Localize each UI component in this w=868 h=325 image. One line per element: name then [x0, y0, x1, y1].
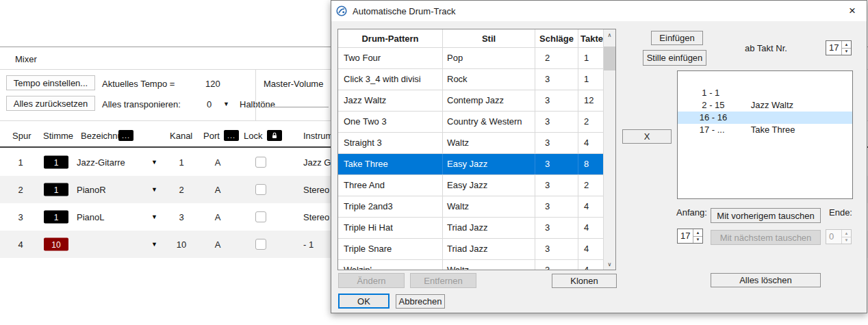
port-more-button[interactable]: ... [224, 130, 239, 141]
col-header-instrument: Instrum [303, 131, 333, 141]
track-name-dropdown-icon[interactable]: ▼ [151, 241, 157, 248]
col-header-port: Port [203, 131, 220, 141]
master-volume-slider[interactable] [264, 107, 329, 107]
lock-checkbox[interactable] [255, 211, 266, 222]
spinner-up-icon[interactable]: ▲ [842, 41, 851, 49]
pattern-bars: 1 [578, 69, 605, 90]
lock-checkbox[interactable] [255, 184, 266, 195]
app-logo-icon [336, 5, 347, 16]
sequence-listbox[interactable]: 1 - 1 2 - 15Jazz Waltz 16 - 16 17 - ...T… [677, 70, 853, 199]
insert-button[interactable]: Einfügen [651, 31, 703, 45]
channel-value: 2 [164, 185, 199, 195]
pattern-name: One Two 3 [338, 112, 443, 132]
table-scrollbar[interactable]: ∧ ∨ [603, 29, 615, 270]
col-header-schlaege[interactable]: Schläge [535, 29, 578, 47]
scroll-down-icon[interactable]: ∨ [604, 259, 615, 270]
pattern-beats: 3 [535, 175, 578, 196]
pattern-row[interactable]: Triple 2and3 Waltz 3 4 [338, 196, 615, 218]
channel-value: 1 [164, 157, 199, 168]
end-label: Ende: [829, 207, 852, 218]
end-bar-spinner: 0 ▲ ▼ [826, 229, 852, 244]
pattern-row[interactable]: Three And Easy Jazz 3 2 [338, 175, 615, 196]
start-label: Anfang: [676, 207, 707, 218]
pattern-row[interactable]: Triple Hi Hat Triad Jazz 3 4 [338, 218, 615, 239]
from-bar-spinner[interactable]: 17 ▲ ▼ [826, 40, 852, 55]
drum-pattern-table: Drum-Pattern Stil Schläge Takte Two Four… [337, 29, 616, 270]
pattern-row[interactable]: Two Four Pop 2 1 [338, 48, 615, 69]
pattern-row[interactable]: Walzin' Waltz 3 4 [338, 260, 615, 270]
transpose-value: 0 [207, 99, 212, 109]
swap-previous-button[interactable]: Mit vorherigem tauschen [711, 208, 821, 223]
pattern-style: Country & Western [443, 112, 535, 132]
pattern-row[interactable]: Straight 3 Waltz 3 4 [338, 133, 615, 154]
sequence-range: 17 - ... [700, 124, 751, 136]
voice-badge: 1 [44, 156, 68, 169]
pattern-row[interactable]: Click 3_4 with divisi Rock 3 1 [338, 69, 615, 90]
pattern-style: Waltz [443, 133, 535, 153]
pattern-beats: 3 [535, 218, 578, 238]
track-name-dropdown-icon[interactable]: ▼ [151, 213, 157, 220]
set-tempo-button[interactable]: Tempo einstellen... [6, 75, 95, 90]
col-header-stil[interactable]: Stil [443, 29, 535, 47]
track-name: Jazz-Gitarre [77, 157, 125, 168]
spinner-value: 0 [826, 230, 841, 244]
pattern-table-header: Drum-Pattern Stil Schläge Takte [338, 29, 615, 48]
pattern-bars: 12 [578, 90, 605, 111]
current-tempo-label: Aktuelles Tempo = [102, 79, 175, 89]
pattern-style: Easy Jazz [443, 175, 535, 196]
transpose-label: Alles transponieren: [102, 99, 181, 109]
pattern-row[interactable]: Jazz Waltz Contemp Jazz 3 12 [338, 90, 615, 112]
pattern-name: Take Three [338, 154, 443, 174]
lock-icon[interactable] [267, 130, 282, 141]
pattern-beats: 3 [535, 196, 578, 217]
dialog-titlebar[interactable]: Automatische Drum-Track × [331, 1, 867, 21]
spinner-up-icon[interactable]: ▲ [693, 229, 702, 237]
sequence-range: 16 - 16 [700, 112, 751, 124]
col-header-takte[interactable]: Takte [578, 29, 605, 47]
transpose-dropdown-icon[interactable]: ▼ [223, 101, 229, 107]
scroll-up-icon[interactable]: ∧ [604, 29, 615, 40]
pattern-beats: 3 [535, 90, 578, 111]
clear-all-button[interactable]: Alles löschen [711, 273, 821, 287]
track-name-dropdown-icon[interactable]: ▼ [151, 159, 157, 166]
delete-entry-button[interactable]: X [622, 129, 672, 144]
insert-silence-button[interactable]: Stille einfügen [643, 50, 706, 66]
bezeichnung-more-button[interactable]: ... [118, 130, 133, 141]
channel-value: 3 [164, 212, 199, 222]
pattern-name: Straight 3 [338, 133, 443, 153]
scrollbar-thumb[interactable] [604, 47, 615, 70]
lock-checkbox[interactable] [255, 157, 266, 168]
spinner-down-icon[interactable]: ▼ [693, 237, 702, 244]
pattern-beats: 3 [535, 112, 578, 132]
cancel-button[interactable]: Abbrechen [396, 294, 445, 309]
pattern-bars: 4 [578, 218, 605, 238]
sequence-pattern: Jazz Waltz [751, 100, 793, 110]
voice-badge: 1 [44, 183, 68, 196]
lock-checkbox[interactable] [255, 239, 266, 250]
pattern-name: Triple 2and3 [338, 196, 443, 217]
pattern-style: Triad Jazz [443, 239, 535, 259]
spinner-value: 17 [678, 229, 693, 243]
track-name-dropdown-icon[interactable]: ▼ [151, 186, 157, 193]
close-icon[interactable]: × [838, 1, 867, 21]
start-bar-spinner[interactable]: 17 ▲ ▼ [677, 229, 703, 244]
track-number: 2 [7, 185, 34, 195]
sequence-item[interactable]: 1 - 1 [678, 75, 852, 87]
clone-button[interactable]: Klonen [552, 274, 617, 288]
drum-track-dialog: Automatische Drum-Track × Drum-Pattern S… [331, 0, 867, 313]
pattern-beats: 3 [535, 260, 578, 270]
dialog-title: Automatische Drum-Track [353, 6, 456, 16]
pattern-row[interactable]: Triple Snare Triad Jazz 3 4 [338, 239, 615, 260]
pattern-name: Two Four [338, 48, 443, 68]
ok-button[interactable]: OK [338, 294, 390, 309]
pattern-row-selected[interactable]: Take Three Easy Jazz 3 8 [338, 154, 615, 175]
pattern-name: Triple Hi Hat [338, 218, 443, 238]
col-header-drum-pattern[interactable]: Drum-Pattern [338, 29, 443, 47]
pattern-bars: 1 [578, 48, 605, 68]
port-value: A [203, 185, 232, 195]
pattern-row[interactable]: One Two 3 Country & Western 3 2 [338, 112, 615, 133]
reset-all-button[interactable]: Alles zurücksetzen [6, 96, 95, 111]
spinner-down-icon[interactable]: ▼ [842, 49, 851, 55]
col-header-stimme: Stimme [43, 131, 73, 141]
port-value: A [203, 212, 232, 222]
